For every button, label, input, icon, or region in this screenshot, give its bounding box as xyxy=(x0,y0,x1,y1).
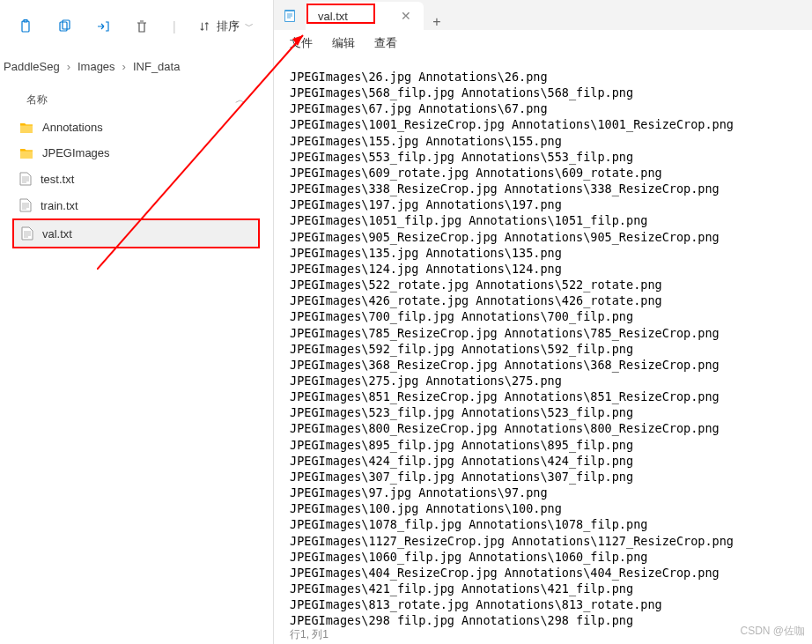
close-icon[interactable]: ✕ xyxy=(401,9,411,23)
editor-menu-bar: 文件 编辑 查看 xyxy=(274,30,812,56)
file-label: train.txt xyxy=(41,199,78,212)
file-list-header[interactable]: 名称 ︿ xyxy=(12,85,260,115)
breadcrumb-part[interactable]: PaddleSeg xyxy=(4,60,60,73)
menu-file[interactable]: 文件 xyxy=(290,35,313,51)
sort-label: 排序 xyxy=(217,19,240,34)
share-icon[interactable] xyxy=(95,19,111,34)
text-editor-pane: val.txt ✕ + 文件 编辑 查看 JPEGImages\26.jpg A… xyxy=(273,0,812,644)
copy-icon[interactable] xyxy=(56,19,72,34)
file-list: 名称 ︿ Annotations JPEGImages test.txt tra… xyxy=(0,82,272,252)
breadcrumb-part[interactable]: INF_data xyxy=(133,60,180,73)
menu-view[interactable]: 查看 xyxy=(374,35,397,51)
annotation-box-tab xyxy=(306,4,375,24)
delete-icon[interactable] xyxy=(134,19,150,34)
explorer-toolbar: | 排序 ﹀ xyxy=(0,0,272,53)
folder-icon xyxy=(19,147,33,159)
status-bar: 行1, 列1 xyxy=(274,625,344,644)
toolbar-separator: | xyxy=(173,19,176,33)
file-explorer-pane: | 排序 ﹀ PaddleSeg › Images › INF_data 名称 … xyxy=(0,0,272,644)
svg-rect-0 xyxy=(22,21,29,32)
text-file-icon xyxy=(21,226,33,241)
folder-icon xyxy=(19,122,33,134)
file-row-train[interactable]: train.txt xyxy=(12,192,260,218)
file-label: JPEGImages xyxy=(42,146,110,159)
menu-edit[interactable]: 编辑 xyxy=(332,35,355,51)
breadcrumb[interactable]: PaddleSeg › Images › INF_data xyxy=(0,53,272,82)
paste-icon[interactable] xyxy=(18,19,33,34)
file-row-annotations[interactable]: Annotations xyxy=(12,115,260,140)
cursor-position: 行1, 列1 xyxy=(290,628,328,640)
text-file-icon xyxy=(19,198,32,212)
chevron-down-icon: ﹀ xyxy=(245,20,254,33)
text-content-area[interactable]: JPEGImages\26.jpg Annotations\26.png JPE… xyxy=(274,56,812,628)
file-row-jpegimages[interactable]: JPEGImages xyxy=(12,140,260,166)
breadcrumb-separator: › xyxy=(122,60,126,73)
file-row-test[interactable]: test.txt xyxy=(12,166,260,192)
file-label: val.txt xyxy=(42,227,72,241)
sort-dropdown[interactable]: 排序 ﹀ xyxy=(199,19,254,34)
text-file-icon xyxy=(19,172,32,186)
chevron-up-icon: ︿ xyxy=(235,93,246,107)
file-label: Annotations xyxy=(42,121,103,134)
new-tab-button[interactable]: + xyxy=(424,14,450,30)
column-name-header: 名称 xyxy=(26,93,48,107)
breadcrumb-separator: › xyxy=(67,60,70,73)
file-label: test.txt xyxy=(41,173,74,186)
watermark: CSDN @佐咖 xyxy=(740,624,805,639)
file-row-val[interactable]: val.txt xyxy=(12,218,260,248)
notepad-icon xyxy=(281,7,299,25)
breadcrumb-part[interactable]: Images xyxy=(78,60,115,73)
